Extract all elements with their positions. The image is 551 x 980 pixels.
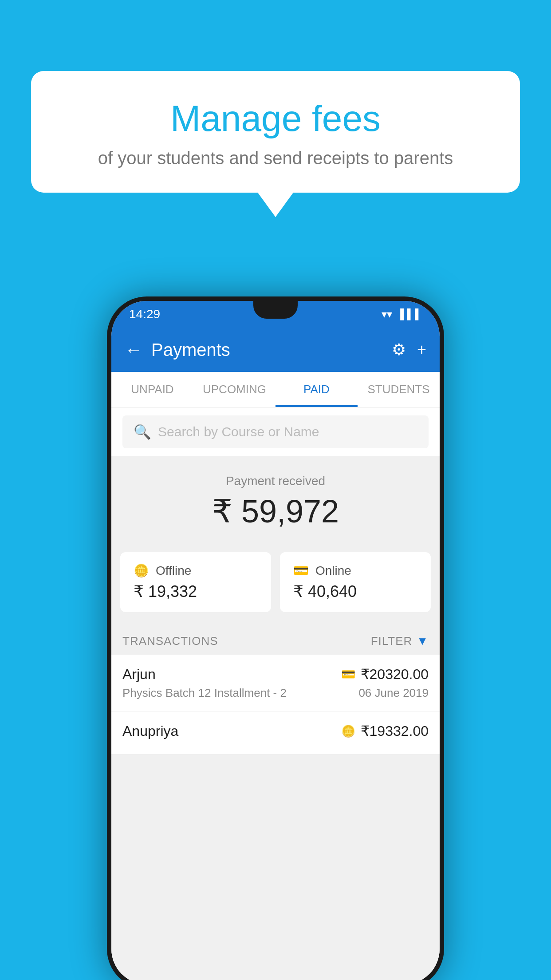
online-card-header: 💳 Online [293,563,417,578]
search-placeholder: Search by Course or Name [158,424,319,439]
transaction-amount: ₹19332.00 [361,723,429,739]
tab-unpaid[interactable]: UNPAID [111,372,193,407]
transaction-amount-wrap: 💳 ₹20320.00 [341,666,429,683]
filter-icon: ▼ [417,634,429,648]
status-time: 14:29 [129,307,160,321]
settings-button[interactable]: ⚙ [392,340,406,359]
speech-bubble: Manage fees of your students and send re… [31,71,520,193]
transactions-header: TRANSACTIONS FILTER ▼ [111,625,440,655]
battery-icon: ▌ [415,308,422,320]
transaction-bottom: Physics Batch 12 Installment - 2 06 June… [122,686,429,700]
status-icons: ▾▾ ▐▐ ▌ [382,308,422,320]
back-button[interactable]: ← [125,340,142,360]
payment-received-amount: ₹ 59,972 [125,493,426,530]
transaction-online-icon: 💳 [341,668,355,681]
search-bar[interactable]: 🔍 Search by Course or Name [122,415,429,448]
transaction-item[interactable]: Anupriya 🪙 ₹19332.00 [111,711,440,755]
online-icon: 💳 [293,563,309,578]
offline-amount: ₹ 19,332 [134,582,258,601]
payment-received-section: Payment received ₹ 59,972 [111,456,440,543]
transaction-name: Anupriya [122,723,178,739]
transaction-date: 06 June 2019 [358,686,429,700]
transaction-amount: ₹20320.00 [361,666,429,683]
payment-cards: 🪙 Offline ₹ 19,332 💳 Online ₹ 40,640 [111,543,440,625]
offline-icon: 🪙 [134,563,149,578]
transaction-top: Anupriya 🪙 ₹19332.00 [122,723,429,739]
tab-students[interactable]: STUDENTS [358,372,440,407]
tabs-bar: UNPAID UPCOMING PAID STUDENTS [111,372,440,407]
phone-screen: 14:29 ▾▾ ▐▐ ▌ ← Payments ⚙ + UNPAID UPCO… [111,301,440,980]
transaction-top: Arjun 💳 ₹20320.00 [122,666,429,683]
phone-frame: 14:29 ▾▾ ▐▐ ▌ ← Payments ⚙ + UNPAID UPCO… [107,296,444,980]
filter-label: FILTER [371,634,413,648]
search-container: 🔍 Search by Course or Name [111,407,440,456]
app-bar-actions: ⚙ + [392,340,426,359]
filter-button[interactable]: FILTER ▼ [371,634,429,648]
online-amount: ₹ 40,640 [293,582,417,601]
speech-bubble-subtitle: of your students and send receipts to pa… [58,148,493,168]
add-button[interactable]: + [417,340,426,359]
transaction-name: Arjun [122,666,156,683]
phone-notch [253,301,298,319]
offline-label: Offline [156,564,191,578]
wifi-icon: ▾▾ [382,308,392,320]
transaction-offline-icon: 🪙 [341,724,355,738]
transaction-course: Physics Batch 12 Installment - 2 [122,686,287,700]
speech-bubble-section: Manage fees of your students and send re… [31,71,520,217]
online-card: 💳 Online ₹ 40,640 [280,552,431,612]
main-content: 🔍 Search by Course or Name Payment recei… [111,407,440,980]
transactions-label: TRANSACTIONS [122,634,218,648]
tab-upcoming[interactable]: UPCOMING [193,372,276,407]
app-bar: ← Payments ⚙ + [111,328,440,372]
app-bar-title: Payments [151,340,392,360]
transaction-amount-wrap: 🪙 ₹19332.00 [341,723,429,739]
signal-icon: ▐▐ [397,308,410,320]
speech-bubble-title: Manage fees [58,98,493,139]
online-label: Online [315,564,351,578]
offline-card: 🪙 Offline ₹ 19,332 [120,552,271,612]
offline-card-header: 🪙 Offline [134,563,258,578]
transaction-item[interactable]: Arjun 💳 ₹20320.00 Physics Batch 12 Insta… [111,655,440,711]
tab-paid[interactable]: PAID [276,372,358,407]
search-icon: 🔍 [134,423,151,440]
speech-bubble-tail [258,193,293,217]
payment-received-label: Payment received [125,474,426,488]
